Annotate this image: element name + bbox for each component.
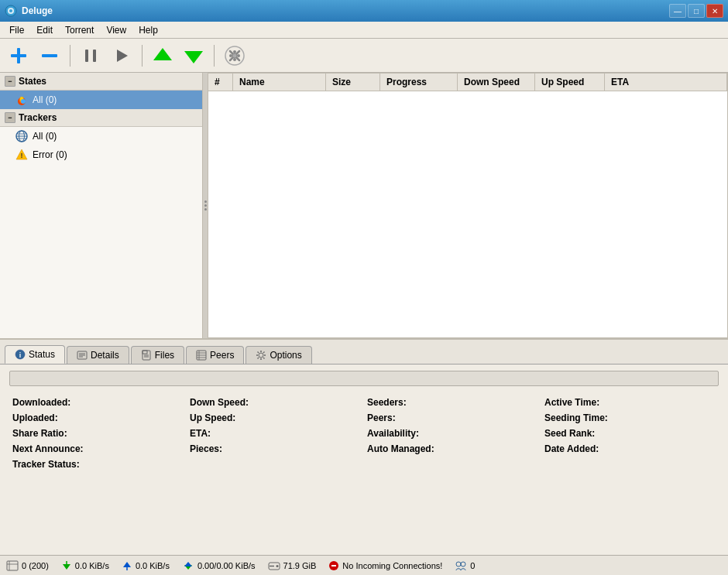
svg-point-15 bbox=[233, 58, 236, 61]
app-title: Deluge bbox=[22, 5, 53, 16]
states-section-header: − States bbox=[0, 73, 202, 91]
remove-torrent-button[interactable] bbox=[36, 42, 64, 70]
pause-button[interactable] bbox=[77, 42, 105, 70]
options-icon bbox=[256, 350, 266, 361]
svg-text:i: i bbox=[19, 351, 22, 359]
menu-torrent[interactable]: Torrent bbox=[59, 23, 100, 37]
globe-icon bbox=[15, 130, 28, 142]
list-header: # Name Size Progress Down Speed Up Speed… bbox=[208, 74, 727, 91]
svg-rect-4 bbox=[11, 54, 26, 57]
up-speed-label: Up Speed: bbox=[187, 411, 364, 425]
svg-marker-9 bbox=[153, 48, 172, 60]
transfer-speed-text: 0.00/0.00 KiB/s bbox=[197, 561, 256, 570]
col-header-eta[interactable]: ETA bbox=[605, 74, 727, 91]
minimize-button[interactable]: — bbox=[669, 4, 686, 18]
uploaded-label: Uploaded: bbox=[9, 411, 187, 425]
status-disk-space: 71.9 GiB bbox=[268, 560, 317, 571]
seeding-time-label: Seeding Time: bbox=[541, 411, 719, 425]
move-down-button[interactable] bbox=[180, 42, 208, 70]
svg-rect-5 bbox=[42, 54, 57, 57]
disk-space-text: 71.9 GiB bbox=[283, 561, 317, 570]
tab-peers[interactable]: Peers bbox=[186, 346, 244, 364]
peers-status-icon bbox=[455, 560, 467, 571]
menu-view[interactable]: View bbox=[100, 23, 132, 37]
down-speed-text: 0.0 KiB/s bbox=[75, 561, 109, 570]
svg-point-18 bbox=[232, 53, 237, 58]
svg-point-14 bbox=[233, 50, 236, 53]
tab-content-status: Downloaded: Down Speed: Seeders: Active … bbox=[0, 365, 728, 555]
resize-dots bbox=[204, 200, 207, 210]
sidebar-item-error-trackers[interactable]: ! Error (0) bbox=[0, 145, 202, 164]
peers-status-text: 0 bbox=[470, 561, 475, 570]
torrent-count-icon bbox=[6, 560, 19, 571]
torrent-list[interactable]: # Name Size Progress Down Speed Up Speed… bbox=[208, 73, 728, 338]
content-area: # Name Size Progress Down Speed Up Speed… bbox=[208, 73, 728, 338]
svg-point-68 bbox=[456, 562, 461, 566]
tracker-status-label: Tracker Status: bbox=[9, 457, 187, 471]
pieces-label: Pieces: bbox=[187, 442, 364, 456]
sidebar-item-all-trackers[interactable]: All (0) bbox=[0, 127, 202, 145]
transfer-icon bbox=[182, 560, 194, 571]
warning-icon: ! bbox=[15, 149, 28, 161]
down-speed-icon bbox=[61, 560, 72, 571]
col-header-up-speed[interactable]: Up Speed bbox=[535, 74, 605, 91]
menu-help[interactable]: Help bbox=[132, 23, 164, 37]
title-bar-left: Deluge bbox=[5, 5, 53, 17]
svg-rect-6 bbox=[85, 50, 88, 62]
progress-bar-container bbox=[9, 371, 719, 386]
maximize-button[interactable]: □ bbox=[688, 4, 705, 18]
downloaded-label: Downloaded: bbox=[9, 395, 187, 409]
col-header-size[interactable]: Size bbox=[326, 74, 380, 91]
status-bar: 0 (200) 0.0 KiB/s 0.0 KiB/s 0.00/0.00 Ki… bbox=[0, 555, 728, 575]
svg-line-51 bbox=[263, 358, 265, 359]
resume-button[interactable] bbox=[108, 42, 136, 70]
preferences-button[interactable] bbox=[221, 42, 249, 70]
window-controls: — □ ✕ bbox=[669, 4, 723, 18]
active-time-label: Active Time: bbox=[541, 395, 719, 409]
close-button[interactable]: ✕ bbox=[706, 4, 723, 18]
add-torrent-button[interactable] bbox=[5, 42, 33, 70]
arrow-down-icon bbox=[183, 45, 204, 67]
svg-marker-8 bbox=[117, 50, 128, 62]
tab-files-label: Files bbox=[155, 350, 174, 361]
move-up-button[interactable] bbox=[149, 42, 177, 70]
down-speed-label: Down Speed: bbox=[187, 395, 364, 409]
trackers-label: Trackers bbox=[19, 112, 57, 123]
auto-managed-label: Auto Managed: bbox=[364, 442, 541, 456]
menu-file[interactable]: File bbox=[3, 23, 30, 37]
minus-icon bbox=[39, 45, 60, 67]
col-header-down-speed[interactable]: Down Speed bbox=[458, 74, 535, 91]
tab-status[interactable]: i Status bbox=[5, 345, 65, 364]
svg-line-53 bbox=[258, 358, 259, 359]
main-area: − States All (0) − Trackers bbox=[0, 73, 728, 338]
col-header-progress[interactable]: Progress bbox=[380, 74, 458, 91]
sidebar-item-all-states[interactable]: All (0) bbox=[0, 91, 202, 109]
svg-text:!: ! bbox=[21, 152, 23, 159]
menu-edit[interactable]: Edit bbox=[30, 23, 59, 37]
status-down-speed: 0.0 KiB/s bbox=[61, 560, 109, 571]
toolbar bbox=[0, 39, 728, 73]
tab-files[interactable]: Files bbox=[131, 346, 184, 364]
up-speed-icon bbox=[122, 560, 132, 571]
svg-rect-7 bbox=[93, 50, 96, 62]
eta-label: ETA: bbox=[187, 426, 364, 440]
states-toggle[interactable]: − bbox=[5, 76, 15, 87]
torrent-count-text: 0 (200) bbox=[22, 561, 49, 570]
svg-point-2 bbox=[9, 9, 12, 12]
trackers-toggle[interactable]: − bbox=[5, 112, 15, 123]
col-header-num[interactable]: # bbox=[208, 74, 233, 91]
title-bar: Deluge — □ ✕ bbox=[0, 0, 728, 22]
svg-rect-54 bbox=[7, 561, 18, 570]
tab-peers-label: Peers bbox=[210, 350, 234, 361]
tab-details[interactable]: Details bbox=[67, 346, 129, 364]
menu-bar: File Edit Torrent View Help bbox=[0, 22, 728, 39]
bottom-panel: i Status Details Files bbox=[0, 338, 728, 555]
tab-options[interactable]: Options bbox=[246, 346, 311, 364]
status-grid: Downloaded: Down Speed: Seeders: Active … bbox=[9, 395, 719, 471]
status-connections: No Incoming Connections! bbox=[328, 560, 442, 571]
col-header-name[interactable]: Name bbox=[233, 74, 326, 91]
toolbar-separator-3 bbox=[214, 45, 215, 67]
svg-marker-59 bbox=[123, 562, 131, 567]
tab-status-label: Status bbox=[29, 349, 55, 360]
all-states-label: All (0) bbox=[33, 94, 57, 105]
